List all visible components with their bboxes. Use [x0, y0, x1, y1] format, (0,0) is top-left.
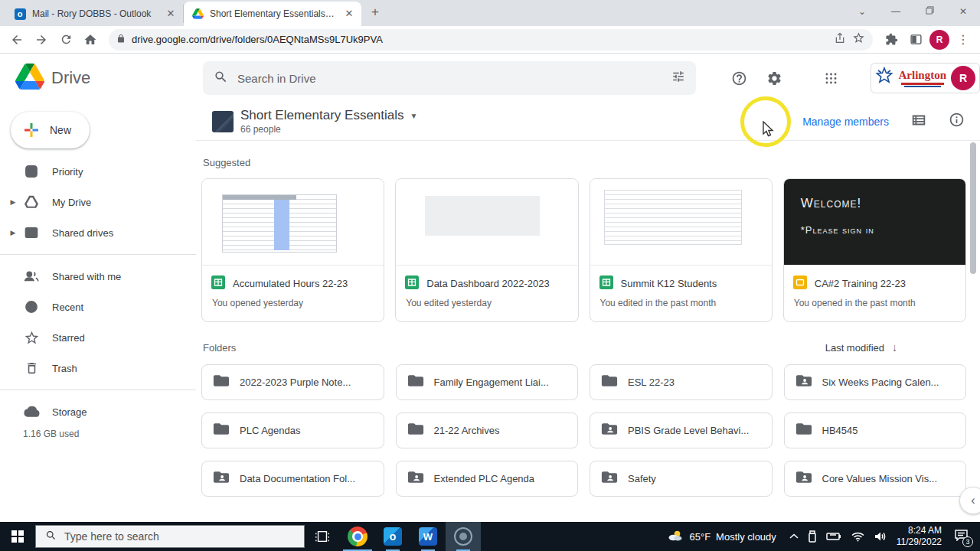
clock-time: 8:24 AM	[897, 525, 942, 536]
folder-tile[interactable]: PBIS Grade Level Behavi...	[590, 412, 773, 448]
home-icon[interactable]	[80, 29, 101, 51]
taskbar-search-box[interactable]	[35, 525, 305, 548]
tab-search-icon[interactable]: ⌄	[845, 6, 879, 17]
address-bar[interactable]: drive.google.com/drive/folders/0AEQNtaMS…	[109, 29, 873, 51]
drive-profile-avatar[interactable]: R	[951, 66, 975, 90]
folder-tile[interactable]: Extended PLC Agenda	[396, 461, 579, 497]
drive-search-input[interactable]	[237, 72, 662, 85]
folder-tile[interactable]: HB4545	[784, 412, 967, 448]
start-button[interactable]	[0, 522, 35, 551]
expand-caret-icon[interactable]: ▶	[6, 198, 20, 206]
slide-thumbnail: Welcome!*Please sign in	[784, 179, 965, 265]
folder-tile[interactable]: ESL 22-23	[590, 364, 773, 400]
taskbar-chrome-icon[interactable]	[340, 522, 375, 551]
folder-grid: 2022-2023 Purple Note...Family Engagemen…	[201, 364, 966, 497]
tab-drive[interactable]: Short Elementary Essentials - Go ✕	[184, 2, 361, 26]
expand-caret-icon[interactable]: ▶	[6, 229, 20, 236]
sidebar-divider	[0, 390, 196, 390]
folder-tile[interactable]: 21-22 Archives	[396, 412, 579, 448]
org-logo-box: Arlington R	[871, 63, 980, 93]
search-icon[interactable]	[214, 70, 228, 87]
folder-name: HB4545	[822, 425, 858, 436]
browser-menu-kebab-icon[interactable]: ⋮	[952, 29, 974, 51]
reload-icon[interactable]	[55, 29, 77, 51]
scrollbar-thumb[interactable]	[970, 142, 976, 274]
sidebar-item-trash[interactable]: Trash	[0, 353, 196, 383]
notification-center-icon[interactable]: 3	[955, 530, 968, 544]
battery-icon[interactable]	[826, 532, 841, 541]
collapse-panel-chevron-button[interactable]: ‹	[959, 487, 980, 514]
folder-tile[interactable]: Family Engagement Liai...	[396, 364, 579, 400]
tab-title: Mail - Rory DOBBS - Outlook	[32, 8, 158, 19]
sidebar-item-shared-with-me[interactable]: Shared with me	[0, 261, 196, 292]
volume-icon[interactable]	[874, 531, 887, 542]
forward-icon[interactable]	[31, 29, 52, 51]
suggested-card[interactable]: Welcome!*Please sign inCA#2 Training 22-…	[783, 178, 966, 322]
extensions-puzzle-icon[interactable]	[880, 29, 902, 51]
folder-tile[interactable]: 2022-2023 Purple Note...	[201, 364, 384, 400]
taskbar-word-icon[interactable]: W	[410, 522, 446, 551]
folder-icon	[407, 373, 424, 391]
url-text[interactable]: drive.google.com/drive/folders/0AEQNtaMS…	[132, 34, 828, 45]
task-view-button[interactable]	[305, 522, 340, 551]
card-activity: You opened yesterday	[211, 298, 374, 308]
suggested-card[interactable]: Summit K12 StudentsYou edited in the pas…	[590, 178, 773, 322]
sheets-icon	[599, 276, 613, 292]
chevron-down-icon[interactable]: ▼	[410, 112, 418, 120]
notification-count-badge: 3	[962, 536, 973, 547]
wifi-icon[interactable]	[851, 532, 864, 542]
share-icon[interactable]	[834, 32, 846, 47]
folders-heading: Folders	[203, 342, 236, 354]
info-icon[interactable]	[949, 112, 965, 131]
taskbar-clock[interactable]: 8:24 AM 11/29/2022	[897, 525, 942, 548]
back-icon[interactable]	[6, 29, 28, 51]
suggested-card[interactable]: Data Dashboard 2022-2023You edited yeste…	[395, 178, 578, 322]
close-window-icon[interactable]: ✕	[946, 6, 980, 17]
folder-name: 2022-2023 Purple Note...	[240, 377, 351, 388]
minimize-icon[interactable]: —	[879, 6, 913, 17]
folder-tile[interactable]: Safety	[590, 461, 773, 497]
tab-close-icon[interactable]: ✕	[165, 8, 177, 20]
drive-main: Arlington R Short Elementary Essentials▼…	[196, 54, 980, 522]
taskbar-recorder-icon[interactable]	[446, 522, 481, 551]
tray-chevron-up-icon[interactable]	[789, 533, 799, 540]
browser-profile-avatar[interactable]: R	[929, 30, 949, 50]
restore-icon[interactable]	[913, 6, 946, 17]
settings-gear-icon[interactable]	[759, 63, 789, 93]
sidebar-item-storage[interactable]: Storage	[0, 396, 196, 427]
folder-tile[interactable]: Six Weeks Pacing Calen...	[784, 364, 967, 400]
sort-control[interactable]: Last modified ↓	[825, 341, 897, 354]
sidebar-item-shared-drives[interactable]: ▶Shared drives	[0, 217, 196, 248]
trash-icon	[23, 360, 40, 377]
taskbar-search-input[interactable]	[64, 530, 295, 543]
usb-device-icon[interactable]	[808, 530, 816, 543]
suggested-card[interactable]: Accumulated Hours 22-23You opened yester…	[201, 178, 384, 322]
folder-tile[interactable]: Data Documentation Fol...	[201, 461, 384, 497]
folder-tile[interactable]: PLC Agendas	[201, 412, 384, 448]
new-tab-button[interactable]: +	[366, 5, 384, 20]
help-icon[interactable]	[724, 63, 754, 93]
tab-close-icon[interactable]: ✕	[343, 8, 355, 20]
manage-members-link[interactable]: Manage members	[802, 116, 889, 128]
sidebar-item-recent[interactable]: Recent	[0, 292, 196, 322]
lock-icon[interactable]	[116, 33, 126, 47]
taskbar-weather[interactable]: 65°F Mostly cloudy	[664, 529, 779, 545]
outlook-favicon: o	[14, 8, 26, 20]
search-options-sliders-icon[interactable]	[671, 70, 685, 86]
side-panel-icon[interactable]	[905, 29, 926, 51]
drive-favicon	[191, 8, 204, 20]
bookmark-star-icon[interactable]	[852, 31, 865, 47]
tab-outlook[interactable]: o Mail - Rory DOBBS - Outlook ✕	[6, 5, 184, 23]
drive-search-bar[interactable]	[203, 61, 696, 95]
list-view-icon[interactable]	[910, 112, 927, 132]
google-apps-grid-icon[interactable]	[815, 63, 846, 93]
folder-tile[interactable]: Core Values Mission Vis...	[784, 461, 967, 497]
sidebar-item-priority[interactable]: Priority	[0, 156, 196, 187]
sidebar-item-my-drive[interactable]: ▶My Drive	[0, 187, 196, 217]
sidebar-item-starred[interactable]: Starred	[0, 322, 196, 353]
sort-label[interactable]: Last modified	[825, 342, 884, 354]
taskbar-outlook-icon[interactable]: o	[375, 522, 410, 551]
sort-direction-arrow-icon[interactable]: ↓	[892, 341, 897, 354]
new-button[interactable]: New	[11, 112, 90, 148]
sidebar-nav: Priority▶My Drive▶Shared drivesShared wi…	[0, 156, 196, 439]
